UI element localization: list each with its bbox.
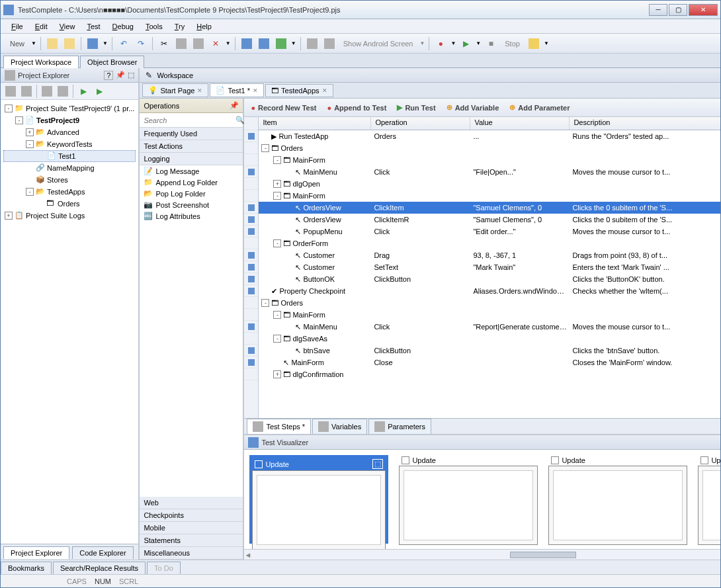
menu-edit[interactable]: Edit — [30, 21, 53, 32]
tree-toggle-icon[interactable]: + — [26, 128, 34, 136]
grid-row[interactable]: +🗔dlgOpen — [259, 178, 720, 190]
gutter-cell[interactable] — [244, 285, 258, 297]
ws-tab[interactable]: 🗔TestedApps✕ — [265, 84, 333, 97]
row-toggle-icon[interactable]: - — [261, 144, 269, 152]
visualizer-card[interactable]: Update — [399, 455, 538, 544]
gutter-cell[interactable] — [244, 297, 258, 309]
grid-row[interactable]: ↖btnSaveClickButtonClicks the 'btnSave' … — [259, 345, 720, 357]
tree-node[interactable]: 📦Stores — [3, 174, 136, 186]
minimize-button[interactable]: ─ — [649, 4, 667, 16]
tab-project-workspace[interactable]: Project Workspace — [3, 56, 79, 68]
grid-row[interactable]: -🗔MainForm — [259, 190, 720, 202]
gutter-cell[interactable] — [244, 345, 258, 357]
ops-category[interactable]: Miscellaneous — [140, 547, 243, 560]
test-tb-add-variable[interactable]: ⊕Add Variable — [444, 102, 502, 113]
tool2-icon[interactable] — [257, 36, 271, 51]
test-tb-append-to-test[interactable]: ●Append to Test — [324, 103, 389, 113]
ops-category[interactable]: Mobile — [140, 522, 243, 534]
tree-node[interactable]: 🗔Orders — [3, 198, 136, 210]
gutter-cell[interactable] — [244, 368, 258, 380]
checkbox-icon[interactable] — [255, 460, 263, 468]
visualizer-card[interactable]: Update⬚ — [249, 455, 388, 544]
gutter-cell[interactable] — [244, 321, 258, 333]
ops-category[interactable]: Test Actions — [140, 140, 243, 153]
ops-category[interactable]: Statements — [140, 534, 243, 547]
checkbox-icon[interactable] — [700, 456, 708, 464]
ops-item[interactable]: 📷Post Screenshot — [140, 199, 243, 210]
row-toggle-icon[interactable]: - — [273, 239, 281, 247]
menu-file[interactable]: File — [6, 21, 28, 32]
tab-project-explorer[interactable]: Project Explorer — [3, 546, 69, 559]
gutter-cell[interactable] — [244, 190, 258, 202]
copy-icon[interactable] — [174, 36, 189, 51]
grid-row[interactable]: ↖MainFormCloseCloses the 'MainForm' wind… — [259, 357, 720, 368]
ops-item[interactable]: 📝Log Message — [140, 165, 243, 177]
tree-node[interactable]: -📄TestProject9 — [3, 114, 136, 126]
gutter-cell[interactable] — [244, 214, 258, 226]
tree-toggle-icon[interactable]: - — [26, 188, 34, 196]
grid-row[interactable]: ↖CustomerSetText"Mark Twain"Enters the t… — [259, 261, 720, 273]
editor-tab[interactable]: Variables — [312, 419, 367, 435]
tree-node[interactable]: 📄Test1 — [3, 150, 136, 162]
menu-debug[interactable]: Debug — [107, 21, 139, 32]
grid-header-cell[interactable]: Description — [570, 117, 720, 130]
ws-tab[interactable]: 💡Start Page✕ — [142, 83, 208, 97]
row-toggle-icon[interactable]: - — [261, 299, 269, 307]
checkbox-icon[interactable] — [551, 456, 559, 464]
gutter-cell[interactable] — [244, 249, 258, 261]
menu-test[interactable]: Test — [81, 21, 105, 32]
cut-icon[interactable]: ✂ — [157, 36, 171, 51]
tab-close-icon[interactable]: ✕ — [322, 87, 327, 94]
vis-scrollbar[interactable]: ◄► — [244, 549, 720, 560]
menu-try[interactable]: Try — [169, 21, 190, 32]
grid-row[interactable]: ↖MainMenuClick"Report|Generate customer … — [259, 321, 720, 333]
delete-icon[interactable]: ✕ — [208, 36, 223, 51]
grid-header-cell[interactable]: Operation — [371, 117, 470, 130]
panel-close-icon[interactable]: ⬚ — [128, 71, 134, 79]
exp-btn3-icon[interactable] — [40, 84, 54, 99]
grid-row[interactable]: -🗔MainForm — [259, 309, 720, 321]
ws-tab[interactable]: 📄Test1 *✕ — [210, 83, 264, 97]
gutter-cell[interactable] — [244, 273, 258, 285]
row-toggle-icon[interactable]: - — [273, 156, 281, 164]
mobile1-icon[interactable] — [305, 36, 319, 51]
editor-tab[interactable]: Test Steps * — [247, 419, 311, 435]
help-icon[interactable]: ? — [104, 71, 113, 80]
tab-close-icon[interactable]: ✕ — [253, 87, 258, 94]
gutter-cell[interactable] — [244, 261, 258, 273]
grid-row[interactable]: -🗔dlgSaveAs — [259, 333, 720, 345]
tree-toggle-icon[interactable]: - — [5, 105, 13, 112]
test-tb-run-test[interactable]: ▶Run Test — [394, 102, 438, 113]
tab-code-explorer[interactable]: Code Explorer — [72, 546, 133, 559]
tree-node[interactable]: -📁Project Suite 'TestProject9' (1 pr... — [3, 103, 136, 114]
bottom-tab[interactable]: Bookmarks — [1, 562, 52, 574]
grid-row[interactable]: ↖CustomerDrag93, 8, -367, 1Drags from po… — [259, 249, 720, 261]
exp-btn1-icon[interactable] — [3, 84, 18, 99]
mobile2-icon[interactable] — [322, 36, 337, 51]
exp-run-icon[interactable]: ▶ — [76, 84, 91, 99]
grid-header-cell[interactable]: Value — [470, 117, 570, 130]
grid-row[interactable]: ↖OrdersViewClickItemR"Samuel Clemens", 0… — [259, 214, 720, 226]
tool1-icon[interactable] — [239, 36, 254, 51]
gutter-cell[interactable] — [244, 357, 258, 368]
grid-row[interactable]: -🗔Orders — [259, 297, 720, 309]
tree-toggle-icon[interactable]: - — [26, 140, 34, 148]
tree-node[interactable]: +📂Advanced — [3, 126, 136, 138]
gutter-cell[interactable] — [244, 202, 258, 214]
ops-category[interactable]: Logging — [140, 153, 243, 165]
operations-search[interactable]: 🔍 — [140, 113, 243, 128]
stop-button[interactable]: Stop — [501, 40, 524, 48]
open-project-icon[interactable] — [62, 36, 77, 51]
save-icon[interactable] — [85, 36, 100, 51]
test-grid[interactable]: ItemOperationValueDescription ▶Run Teste… — [244, 117, 720, 418]
gutter-cell[interactable] — [244, 333, 258, 345]
new-button[interactable]: New — [6, 40, 28, 48]
grid-row[interactable]: -🗔Orders — [259, 142, 720, 154]
tree-toggle-icon[interactable]: - — [15, 116, 23, 124]
tab-close-icon[interactable]: ✕ — [197, 87, 202, 94]
grid-row[interactable]: -🗔MainForm — [259, 154, 720, 166]
gutter-cell[interactable] — [244, 142, 258, 154]
visualizer-card[interactable]: Update — [548, 455, 687, 544]
grid-row[interactable]: ✔Property CheckpointAliases.Orders.wndWi… — [259, 285, 720, 297]
menu-help[interactable]: Help — [191, 21, 217, 32]
